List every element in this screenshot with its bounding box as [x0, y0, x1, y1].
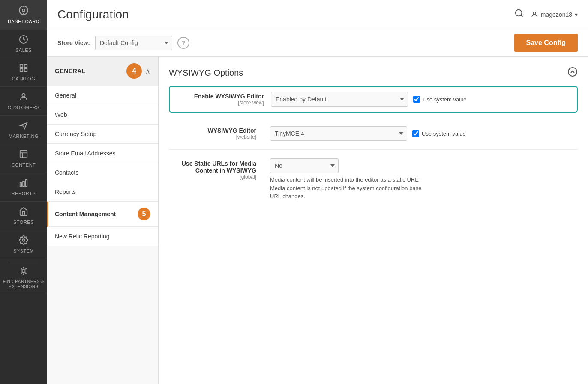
sidebar-label-marketing: MARKETING — [9, 134, 39, 139]
static-urls-note: Media content will be inserted into the … — [270, 176, 433, 201]
sidebar-item-stores[interactable]: STORES — [0, 202, 47, 230]
static-urls-label-cell: Use Static URLs for Media Content in WYS… — [169, 150, 263, 209]
store-view-label: Store View: — [57, 39, 90, 46]
svg-point-21 — [568, 68, 577, 76]
store-view-row: Store View: Default Config ? — [57, 36, 189, 50]
wysiwyg-editor-system-value[interactable]: Use system value — [412, 130, 466, 137]
svg-point-16 — [22, 239, 25, 241]
svg-point-20 — [533, 12, 536, 15]
section-title: WYSIWYG Options — [169, 68, 243, 78]
content-icon — [19, 149, 28, 161]
wysiwyg-editor-select[interactable]: TinyMCE 4 — [270, 126, 407, 141]
find-partners-icon — [19, 266, 28, 277]
sidebar-item-new-relic[interactable]: New Relic Reporting — [47, 227, 158, 246]
sidebar-label-reports: REPORTS — [12, 191, 36, 196]
help-icon-text: ? — [182, 39, 186, 46]
customers-icon — [19, 92, 28, 103]
page-title: Configuration — [57, 8, 129, 21]
static-urls-sublabel: [global] — [176, 174, 256, 180]
marketing-icon — [19, 121, 28, 132]
content-management-badge: 5 — [138, 208, 150, 220]
section-collapse-icon[interactable] — [567, 67, 578, 79]
static-urls-value-cell: No Media content will be inserted into t… — [263, 150, 578, 209]
main-panel: WYSIWYG Options Enable WYSIWYG Editor [s… — [159, 57, 588, 384]
sales-icon — [19, 35, 28, 46]
sidebar-item-marketing[interactable]: MARKETING — [0, 116, 47, 144]
main-area: Configuration magezon18 ▾ Store View: De… — [47, 0, 588, 384]
static-urls-label: Use Static URLs for Media Content in WYS… — [176, 160, 256, 174]
svg-rect-15 — [26, 180, 27, 187]
enable-wysiwyg-system-value[interactable]: Use system value — [413, 96, 467, 103]
sidebar-label-stores: STORES — [13, 220, 34, 225]
svg-rect-7 — [20, 69, 23, 71]
enable-wysiwyg-select[interactable]: Enabled by Default — [271, 92, 408, 107]
content-area: GENERAL 4 ∧ General Web Currency Setup S… — [47, 57, 588, 384]
svg-rect-13 — [20, 183, 22, 186]
topbar-right: magezon18 ▾ — [514, 9, 578, 20]
search-icon[interactable] — [514, 9, 524, 20]
sidebar-label-find-partners: FIND PARTNERS & EXTENSIONS — [2, 279, 45, 289]
sidebar-divider — [9, 261, 38, 261]
store-view-select[interactable]: Default Config — [95, 36, 172, 50]
sidebar-item-catalog[interactable]: CATALOG — [0, 58, 47, 87]
left-nav-badge: 4 — [126, 63, 142, 79]
sidebar-item-customers[interactable]: CUSTOMERS — [0, 87, 47, 116]
wysiwyg-editor-checkbox[interactable] — [412, 130, 419, 137]
wysiwyg-editor-label-cell: WYSIWYG Editor [website] — [169, 118, 263, 150]
sidebar-label-system: SYSTEM — [13, 248, 34, 253]
svg-rect-14 — [23, 181, 24, 186]
enable-wysiwyg-sublabel: [store view] — [177, 100, 264, 106]
svg-point-1 — [22, 9, 25, 12]
sidebar-item-content[interactable]: CONTENT — [0, 144, 47, 173]
sidebar-label-content: CONTENT — [12, 162, 36, 167]
static-urls-select[interactable]: No — [270, 158, 339, 173]
left-nav: GENERAL 4 ∧ General Web Currency Setup S… — [47, 57, 159, 384]
reports-icon — [19, 178, 28, 189]
sidebar-item-find-partners[interactable]: FIND PARTNERS & EXTENSIONS — [0, 263, 47, 293]
sidebar-label-dashboard: DASHBOARD — [8, 19, 39, 24]
svg-point-17 — [22, 269, 25, 272]
svg-point-9 — [22, 94, 25, 97]
sidebar-item-contacts[interactable]: Contacts — [47, 163, 158, 182]
sidebar-item-reports[interactable]: Reports — [47, 182, 158, 202]
sidebar: DASHBOARD SALES CATALOG CUSTOMERS MARKET… — [0, 0, 47, 384]
config-bar: Store View: Default Config ? Save Config — [47, 29, 588, 57]
sidebar-label-customers: CUSTOMERS — [8, 105, 40, 110]
svg-rect-6 — [24, 65, 27, 67]
user-menu[interactable]: magezon18 ▾ — [531, 11, 578, 18]
svg-rect-10 — [20, 151, 27, 158]
sidebar-item-web[interactable]: Web — [47, 105, 158, 125]
svg-point-18 — [516, 10, 522, 16]
username: magezon18 — [541, 11, 572, 18]
sidebar-item-store-email[interactable]: Store Email Addresses — [47, 144, 158, 163]
stores-icon — [19, 207, 28, 218]
enable-wysiwyg-label: Enable WYSIWYG Editor — [177, 93, 264, 100]
sidebar-item-dashboard[interactable]: DASHBOARD — [0, 0, 47, 30]
topbar: Configuration magezon18 ▾ — [47, 0, 588, 29]
sidebar-item-sales[interactable]: SALES — [0, 30, 47, 58]
save-config-button[interactable]: Save Config — [514, 34, 578, 52]
static-urls-row: Use Static URLs for Media Content in WYS… — [169, 150, 578, 209]
dashboard-icon — [18, 5, 29, 17]
left-nav-chevron[interactable]: ∧ — [145, 67, 150, 75]
config-table: WYSIWYG Editor [website] TinyMCE 4 Use s… — [169, 118, 578, 209]
wysiwyg-editor-value-cell: TinyMCE 4 Use system value — [263, 118, 578, 150]
sidebar-label-catalog: CATALOG — [12, 76, 35, 81]
sidebar-item-reports[interactable]: REPORTS — [0, 173, 47, 202]
static-urls-value-row: No — [270, 158, 571, 173]
catalog-icon — [19, 63, 28, 74]
wysiwyg-editor-sublabel: [website] — [176, 134, 256, 140]
sidebar-item-general[interactable]: General — [47, 86, 158, 105]
left-nav-header: GENERAL 4 ∧ — [47, 57, 158, 86]
left-nav-title: GENERAL — [55, 68, 86, 74]
section-header: WYSIWYG Options — [169, 67, 578, 79]
user-dropdown-icon: ▾ — [575, 11, 578, 18]
sidebar-label-sales: SALES — [15, 48, 32, 53]
wysiwyg-editor-value-row: TinyMCE 4 Use system value — [270, 126, 571, 141]
sidebar-item-currency-setup[interactable]: Currency Setup — [47, 125, 158, 144]
enable-wysiwyg-checkbox[interactable] — [413, 96, 420, 103]
sidebar-item-system[interactable]: SYSTEM — [0, 230, 47, 259]
sidebar-item-content-management[interactable]: Content Management 5 — [47, 202, 158, 227]
help-icon[interactable]: ? — [177, 37, 189, 49]
svg-line-19 — [521, 15, 522, 17]
